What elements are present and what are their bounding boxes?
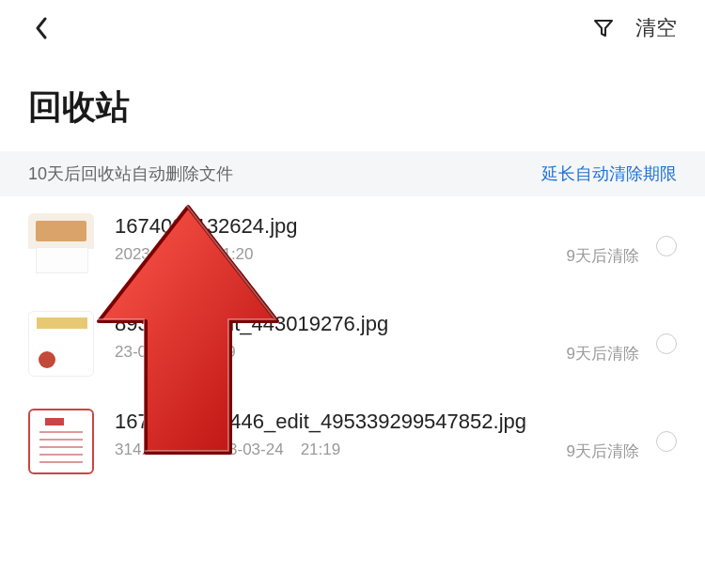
auto-delete-notice: 10天后回收站自动删除文件 延长自动清除期限 (0, 151, 705, 196)
filter-button[interactable] (590, 15, 617, 41)
file-meta: 1674087132624.jpg 2023-03-24 21:20 9天后清除 (94, 213, 639, 267)
file-meta: 8930259_edit_443019276.jpg 23-03-24 21:1… (94, 311, 639, 364)
clear-all-button[interactable]: 清空 (635, 14, 677, 42)
list-item[interactable]: 8930259_edit_443019276.jpg 23-03-24 21:1… (0, 294, 705, 392)
file-thumbnail (28, 213, 94, 279)
file-time: 21:20 (213, 245, 254, 267)
chevron-left-icon (34, 17, 49, 39)
notice-text: 10天后回收站自动删除文件 (28, 162, 541, 185)
file-time: 21:19 (196, 343, 236, 364)
page-title: 回收站 (0, 56, 705, 151)
select-radio[interactable] (656, 333, 677, 354)
file-thumbnail (28, 311, 94, 377)
file-name: 1674087132624.jpg (115, 213, 639, 240)
file-date: 2023-03-24 (202, 441, 284, 462)
filter-icon (592, 17, 615, 39)
file-thumbnail (28, 409, 94, 474)
file-list: 1674087132624.jpg 2023-03-24 21:20 9天后清除… (0, 196, 705, 489)
select-radio[interactable] (656, 236, 677, 256)
file-expire: 9天后清除 (567, 441, 639, 462)
file-meta: 1674958944446_edit_495339299547852.jpg 3… (94, 409, 639, 462)
file-expire: 9天后清除 (567, 245, 639, 267)
header: 清空 (0, 0, 705, 56)
file-name: 8930259_edit_443019276.jpg (115, 311, 639, 337)
list-item[interactable]: 1674958944446_edit_495339299547852.jpg 3… (0, 392, 705, 489)
file-name: 1674958944446_edit_495339299547852.jpg (115, 409, 639, 435)
file-date: 2023-03-24 (115, 245, 196, 267)
back-button[interactable] (28, 15, 55, 41)
extend-period-link[interactable]: 延长自动清除期限 (541, 162, 677, 185)
file-time: 21:19 (301, 441, 341, 462)
file-date: 23-03-24 (115, 343, 179, 364)
file-size: 314.10KB (115, 441, 185, 462)
file-expire: 9天后清除 (567, 343, 639, 364)
select-radio[interactable] (656, 431, 677, 452)
list-item[interactable]: 1674087132624.jpg 2023-03-24 21:20 9天后清除 (0, 196, 705, 294)
